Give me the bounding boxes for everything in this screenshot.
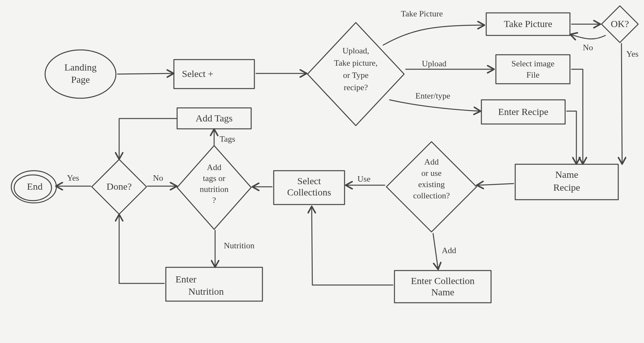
- edge-label-nutrition: Nutrition: [224, 241, 254, 250]
- edge-enterrecipe-to-namerecipe: [567, 111, 576, 163]
- node-done-decision: Done?: [92, 159, 147, 214]
- label: Landing: [64, 62, 97, 72]
- edge-label-use: Use: [357, 174, 370, 184]
- label: or use: [421, 168, 442, 178]
- label: Nutrition: [188, 286, 224, 297]
- edge-entercollection-to-selectcollections: [312, 208, 393, 285]
- edge-label-tags: Tags: [220, 134, 235, 144]
- node-add-tags: Add Tags: [177, 108, 251, 129]
- node-enter-collection-name: Enter Collection Name: [394, 271, 491, 303]
- label: nutrition: [200, 185, 229, 194]
- label: Add: [207, 163, 222, 172]
- edge-label-add: Add: [442, 246, 456, 255]
- edge-input-to-takepicture: [383, 25, 483, 45]
- node-ok-decision: OK?: [601, 6, 638, 43]
- label: Collections: [287, 187, 331, 197]
- label: recipe?: [344, 83, 368, 92]
- node-landing-page: Landing Page: [45, 50, 116, 98]
- edge-label-entertype: Enter/type: [415, 91, 450, 100]
- label: Select +: [182, 68, 213, 79]
- node-select-plus: Select +: [174, 60, 254, 89]
- label: Upload,: [342, 46, 369, 55]
- label: existing: [418, 180, 445, 189]
- edge-enternutrition-to-done: [119, 216, 164, 283]
- label: Add Tags: [196, 113, 233, 123]
- edge-ok-no: [572, 35, 605, 39]
- label: collection?: [413, 191, 450, 200]
- node-select-collections: Select Collections: [274, 171, 345, 205]
- label: Name: [555, 169, 578, 180]
- edge-namerecipe-to-collection: [478, 184, 514, 185]
- edge-input-to-enterrecipe: [390, 100, 479, 111]
- edge-selectfile-to-namerecipe: [572, 69, 583, 163]
- label: Page: [71, 74, 90, 85]
- node-select-image-file: Select image File: [496, 55, 570, 84]
- edge-label-yes: Yes: [626, 49, 639, 59]
- label: Enter Collection: [411, 275, 474, 286]
- node-tags-nutrition-decision: Add tags or nutrition ?: [177, 146, 251, 229]
- edge-label-done-no: No: [153, 173, 163, 183]
- node-input-decision: Upload, Take picture, or Type recipe?: [308, 23, 404, 126]
- label: Take Picture: [504, 18, 552, 29]
- label: Done?: [107, 181, 132, 192]
- label: File: [526, 70, 539, 80]
- edge-label-take-picture: Take Picture: [401, 9, 443, 18]
- node-enter-recipe: Enter Recipe: [481, 100, 565, 124]
- label: OK?: [611, 18, 629, 29]
- edge-label-no: No: [583, 43, 593, 52]
- edge-ok-yes: [621, 43, 622, 163]
- label: Recipe: [553, 182, 580, 193]
- node-collection-decision: Add or use existing collection?: [386, 142, 477, 232]
- label: Add: [424, 157, 439, 167]
- label: Enter Recipe: [498, 106, 548, 117]
- node-take-picture: Take Picture: [486, 13, 570, 35]
- label: Take picture,: [334, 58, 377, 68]
- label: tags or: [203, 174, 225, 183]
- label: Enter: [175, 274, 196, 284]
- flowchart-canvas: Landing Page Select + Upload, Take pictu…: [0, 0, 644, 343]
- label: Select: [297, 176, 321, 186]
- label: Name: [431, 287, 454, 297]
- edge-label-done-yes: Yes: [67, 173, 79, 183]
- node-enter-nutrition: Enter Nutrition: [166, 267, 262, 301]
- label: Select image: [511, 59, 554, 68]
- node-end: End: [11, 171, 56, 203]
- edge-landing-to-selectplus: [118, 73, 172, 74]
- label: or Type: [343, 71, 368, 80]
- edge-collection-add: [433, 233, 438, 268]
- node-name-recipe: Name Recipe: [515, 164, 618, 200]
- label: End: [27, 181, 43, 192]
- edge-label-upload: Upload: [422, 59, 447, 68]
- label: ?: [212, 195, 216, 205]
- edge-addtags-to-done: [119, 119, 176, 158]
